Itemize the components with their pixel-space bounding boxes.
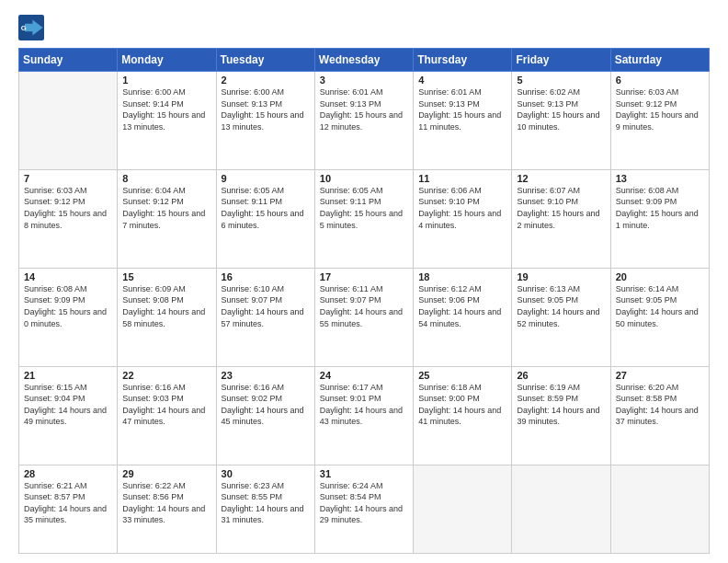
day-number: 10 bbox=[320, 173, 408, 184]
day-info: Sunrise: 6:01 AM Sunset: 9:13 PM Dayligh… bbox=[418, 86, 506, 132]
page: G SundayMondayTuesdayWednesdayThursdayFr… bbox=[0, 0, 728, 563]
day-number: 30 bbox=[222, 468, 310, 479]
day-info: Sunrise: 6:16 AM Sunset: 9:02 PM Dayligh… bbox=[222, 382, 310, 428]
calendar-cell: 21 Sunrise: 6:15 AM Sunset: 9:04 PM Dayl… bbox=[19, 366, 118, 465]
calendar-cell: 7 Sunrise: 6:03 AM Sunset: 9:12 PM Dayli… bbox=[19, 169, 118, 268]
calendar-cell: 31 Sunrise: 6:24 AM Sunset: 8:54 PM Dayl… bbox=[314, 465, 413, 554]
day-info: Sunrise: 6:14 AM Sunset: 9:05 PM Dayligh… bbox=[616, 283, 704, 329]
calendar-table: SundayMondayTuesdayWednesdayThursdayFrid… bbox=[18, 48, 710, 554]
day-number: 17 bbox=[320, 271, 408, 282]
day-info: Sunrise: 6:03 AM Sunset: 9:12 PM Dayligh… bbox=[616, 86, 704, 132]
calendar-cell: 27 Sunrise: 6:20 AM Sunset: 8:58 PM Dayl… bbox=[610, 366, 709, 465]
day-info: Sunrise: 6:20 AM Sunset: 8:58 PM Dayligh… bbox=[616, 382, 704, 428]
calendar-cell: 8 Sunrise: 6:04 AM Sunset: 9:12 PM Dayli… bbox=[118, 169, 216, 268]
day-number: 4 bbox=[418, 75, 506, 86]
calendar-cell: 15 Sunrise: 6:09 AM Sunset: 9:08 PM Dayl… bbox=[118, 268, 216, 366]
day-info: Sunrise: 6:00 AM Sunset: 9:13 PM Dayligh… bbox=[222, 86, 310, 132]
day-number: 5 bbox=[517, 75, 605, 86]
day-number: 21 bbox=[24, 370, 112, 381]
calendar-cell: 1 Sunrise: 6:00 AM Sunset: 9:14 PM Dayli… bbox=[118, 72, 216, 170]
day-number: 6 bbox=[616, 75, 704, 86]
calendar-cell: 22 Sunrise: 6:16 AM Sunset: 9:03 PM Dayl… bbox=[118, 366, 216, 465]
day-number: 18 bbox=[418, 271, 506, 282]
day-info: Sunrise: 6:16 AM Sunset: 9:03 PM Dayligh… bbox=[122, 382, 210, 428]
day-number: 26 bbox=[517, 370, 605, 381]
day-number: 25 bbox=[418, 370, 506, 381]
logo-icon: G bbox=[18, 15, 44, 40]
calendar-cell: 25 Sunrise: 6:18 AM Sunset: 9:00 PM Dayl… bbox=[414, 366, 512, 465]
day-info: Sunrise: 6:21 AM Sunset: 8:57 PM Dayligh… bbox=[24, 480, 112, 526]
day-number: 28 bbox=[24, 468, 112, 479]
day-info: Sunrise: 6:17 AM Sunset: 9:01 PM Dayligh… bbox=[320, 382, 408, 428]
week-row-5: 28 Sunrise: 6:21 AM Sunset: 8:57 PM Dayl… bbox=[19, 465, 710, 554]
calendar-cell: 2 Sunrise: 6:00 AM Sunset: 9:13 PM Dayli… bbox=[216, 72, 314, 170]
day-number: 29 bbox=[122, 468, 210, 479]
day-number: 3 bbox=[320, 75, 408, 86]
calendar-header-monday: Monday bbox=[118, 49, 216, 72]
day-number: 20 bbox=[616, 271, 704, 282]
calendar-header-tuesday: Tuesday bbox=[216, 49, 314, 72]
day-info: Sunrise: 6:06 AM Sunset: 9:10 PM Dayligh… bbox=[418, 185, 506, 231]
logo: G bbox=[18, 15, 48, 40]
day-number: 23 bbox=[222, 370, 310, 381]
week-row-2: 7 Sunrise: 6:03 AM Sunset: 9:12 PM Dayli… bbox=[19, 169, 710, 268]
day-number: 8 bbox=[122, 173, 210, 184]
day-info: Sunrise: 6:23 AM Sunset: 8:55 PM Dayligh… bbox=[222, 480, 310, 526]
calendar-cell bbox=[19, 72, 118, 170]
day-number: 24 bbox=[320, 370, 408, 381]
day-number: 27 bbox=[616, 370, 704, 381]
calendar-cell: 10 Sunrise: 6:05 AM Sunset: 9:11 PM Dayl… bbox=[314, 169, 413, 268]
day-number: 15 bbox=[122, 271, 210, 282]
calendar-cell: 13 Sunrise: 6:08 AM Sunset: 9:09 PM Dayl… bbox=[610, 169, 709, 268]
day-info: Sunrise: 6:04 AM Sunset: 9:12 PM Dayligh… bbox=[122, 185, 210, 231]
calendar-cell: 4 Sunrise: 6:01 AM Sunset: 9:13 PM Dayli… bbox=[414, 72, 512, 170]
day-info: Sunrise: 6:05 AM Sunset: 9:11 PM Dayligh… bbox=[222, 185, 310, 231]
calendar-header-friday: Friday bbox=[512, 49, 610, 72]
day-number: 11 bbox=[418, 173, 506, 184]
day-info: Sunrise: 6:10 AM Sunset: 9:07 PM Dayligh… bbox=[222, 283, 310, 329]
day-info: Sunrise: 6:18 AM Sunset: 9:00 PM Dayligh… bbox=[418, 382, 506, 428]
day-info: Sunrise: 6:05 AM Sunset: 9:11 PM Dayligh… bbox=[320, 185, 408, 231]
calendar-cell: 29 Sunrise: 6:22 AM Sunset: 8:56 PM Dayl… bbox=[118, 465, 216, 554]
day-info: Sunrise: 6:09 AM Sunset: 9:08 PM Dayligh… bbox=[122, 283, 210, 329]
calendar-cell: 3 Sunrise: 6:01 AM Sunset: 9:13 PM Dayli… bbox=[314, 72, 413, 170]
day-info: Sunrise: 6:24 AM Sunset: 8:54 PM Dayligh… bbox=[320, 480, 408, 526]
calendar-cell: 20 Sunrise: 6:14 AM Sunset: 9:05 PM Dayl… bbox=[610, 268, 709, 366]
header: G bbox=[18, 15, 710, 40]
calendar-header-wednesday: Wednesday bbox=[314, 49, 413, 72]
calendar-header-row: SundayMondayTuesdayWednesdayThursdayFrid… bbox=[19, 49, 710, 72]
week-row-3: 14 Sunrise: 6:08 AM Sunset: 9:09 PM Dayl… bbox=[19, 268, 710, 366]
day-info: Sunrise: 6:02 AM Sunset: 9:13 PM Dayligh… bbox=[517, 86, 605, 132]
day-info: Sunrise: 6:00 AM Sunset: 9:14 PM Dayligh… bbox=[122, 86, 210, 132]
day-number: 19 bbox=[517, 271, 605, 282]
calendar-cell bbox=[610, 465, 709, 554]
calendar-cell: 17 Sunrise: 6:11 AM Sunset: 9:07 PM Dayl… bbox=[314, 268, 413, 366]
day-number: 22 bbox=[122, 370, 210, 381]
calendar-cell: 28 Sunrise: 6:21 AM Sunset: 8:57 PM Dayl… bbox=[19, 465, 118, 554]
day-info: Sunrise: 6:19 AM Sunset: 8:59 PM Dayligh… bbox=[517, 382, 605, 428]
day-number: 13 bbox=[616, 173, 704, 184]
day-info: Sunrise: 6:03 AM Sunset: 9:12 PM Dayligh… bbox=[24, 185, 112, 231]
calendar-cell: 18 Sunrise: 6:12 AM Sunset: 9:06 PM Dayl… bbox=[414, 268, 512, 366]
day-info: Sunrise: 6:15 AM Sunset: 9:04 PM Dayligh… bbox=[24, 382, 112, 428]
calendar-cell: 6 Sunrise: 6:03 AM Sunset: 9:12 PM Dayli… bbox=[610, 72, 709, 170]
calendar-cell: 23 Sunrise: 6:16 AM Sunset: 9:02 PM Dayl… bbox=[216, 366, 314, 465]
day-info: Sunrise: 6:11 AM Sunset: 9:07 PM Dayligh… bbox=[320, 283, 408, 329]
day-number: 2 bbox=[222, 75, 310, 86]
calendar-header-saturday: Saturday bbox=[610, 49, 709, 72]
day-number: 16 bbox=[222, 271, 310, 282]
day-info: Sunrise: 6:08 AM Sunset: 9:09 PM Dayligh… bbox=[616, 185, 704, 231]
day-info: Sunrise: 6:22 AM Sunset: 8:56 PM Dayligh… bbox=[122, 480, 210, 526]
day-number: 1 bbox=[122, 75, 210, 86]
calendar-cell: 24 Sunrise: 6:17 AM Sunset: 9:01 PM Dayl… bbox=[314, 366, 413, 465]
day-info: Sunrise: 6:07 AM Sunset: 9:10 PM Dayligh… bbox=[517, 185, 605, 231]
calendar-cell: 30 Sunrise: 6:23 AM Sunset: 8:55 PM Dayl… bbox=[216, 465, 314, 554]
week-row-4: 21 Sunrise: 6:15 AM Sunset: 9:04 PM Dayl… bbox=[19, 366, 710, 465]
calendar-cell: 9 Sunrise: 6:05 AM Sunset: 9:11 PM Dayli… bbox=[216, 169, 314, 268]
day-number: 12 bbox=[517, 173, 605, 184]
calendar-cell: 26 Sunrise: 6:19 AM Sunset: 8:59 PM Dayl… bbox=[512, 366, 610, 465]
calendar-cell: 19 Sunrise: 6:13 AM Sunset: 9:05 PM Dayl… bbox=[512, 268, 610, 366]
day-number: 7 bbox=[24, 173, 112, 184]
day-info: Sunrise: 6:08 AM Sunset: 9:09 PM Dayligh… bbox=[24, 283, 112, 329]
calendar-cell: 12 Sunrise: 6:07 AM Sunset: 9:10 PM Dayl… bbox=[512, 169, 610, 268]
